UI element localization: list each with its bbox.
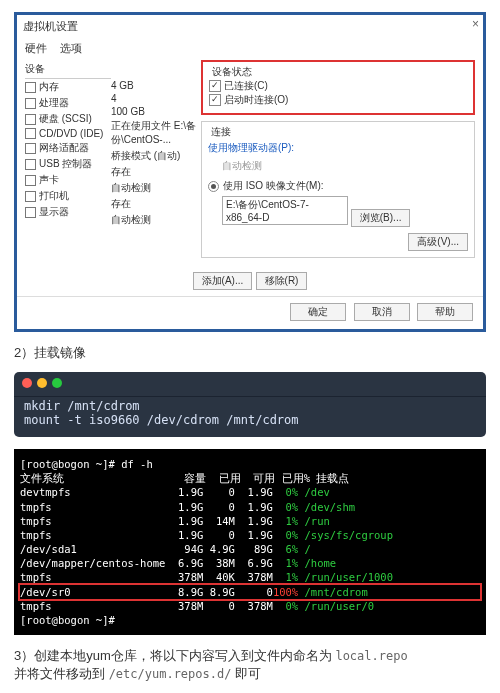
list-item[interactable]: USB 控制器 — [25, 156, 111, 172]
table-row: /dev/sda1 94G 4.9G 89G 6% / — [20, 542, 480, 556]
table-row: tmpfs 1.9G 0 1.9G 0% /dev/shm — [20, 500, 480, 514]
device-icon — [25, 207, 36, 218]
device-icon — [25, 98, 36, 109]
local-repo-filename: local.repo — [335, 649, 407, 663]
close-icon[interactable]: × — [472, 17, 479, 31]
remove-button[interactable]: 移除(R) — [256, 272, 308, 290]
advanced-button[interactable]: 高级(V)... — [408, 233, 468, 251]
terminal-mount: mkdir /mnt/cdrom mount -t iso9660 /dev/c… — [14, 372, 486, 437]
summary-value: 自动检测 — [111, 180, 197, 196]
physical-value: 自动检测 — [208, 157, 468, 179]
device-icon — [25, 143, 36, 154]
cmd-mkdir: mkdir /mnt/cdrom — [24, 399, 476, 413]
repo-dir-path: /etc/yum.repos.d/ — [109, 667, 232, 681]
summary-value: 桥接模式 (自动) — [111, 148, 197, 164]
table-row: tmpfs 1.9G 14M 1.9G 1% /run — [20, 514, 480, 528]
list-item[interactable]: 打印机 — [25, 188, 111, 204]
device-icon — [25, 114, 36, 125]
step-2-title: 2）挂载镜像 — [14, 344, 486, 362]
terminal-df: [root@bogon ~]# df -h 文件系统 容量 已用 可用 已用% … — [14, 449, 486, 635]
table-row: tmpfs 378M 0 378M 0% /run/user/0 — [20, 599, 480, 613]
list-item[interactable]: 网络适配器 — [25, 140, 111, 156]
device-icon — [25, 128, 36, 139]
vm-settings-dialog: 虚拟机设置 × 硬件 选项 设备 内存处理器硬盘 (SCSI)CD/DVD (I… — [14, 12, 486, 332]
df-prompt: [root@bogon ~]# df -h — [20, 457, 480, 471]
status-group-title: 设备状态 — [209, 65, 255, 79]
device-header: 设备 — [25, 60, 111, 79]
device-icon — [25, 191, 36, 202]
mac-dots — [14, 372, 486, 396]
ok-button[interactable]: 确定 — [290, 303, 346, 321]
cancel-button[interactable]: 取消 — [354, 303, 410, 321]
table-row: tmpfs 1.9G 0 1.9G 0% /sys/fs/cgroup — [20, 528, 480, 542]
device-status-group: 设备状态 ✓已连接(C) ✓启动时连接(O) — [201, 60, 475, 115]
list-item[interactable]: 硬盘 (SCSI) — [25, 111, 111, 127]
cb-connected[interactable]: ✓已连接(C) — [209, 79, 467, 93]
use-physical-link[interactable]: 使用物理驱动器(P): — [208, 139, 468, 157]
summary-value: 4 GB — [111, 79, 197, 92]
connection-group: 连接 使用物理驱动器(P): 自动检测 使用 ISO 映像文件(M): E:\备… — [201, 121, 475, 258]
radio-use-iso[interactable]: 使用 ISO 映像文件(M): — [208, 179, 468, 193]
list-item[interactable]: 内存 — [25, 79, 111, 95]
cb-connect-on-start[interactable]: ✓启动时连接(O) — [209, 93, 467, 107]
device-icon — [25, 175, 36, 186]
list-item[interactable]: 处理器 — [25, 95, 111, 111]
step-3-text: 3）创建本地yum仓库，将以下内容写入到文件内命名为 local.repo 并将… — [14, 647, 486, 683]
cmd-mount: mount -t iso9660 /dev/cdrom /mnt/cdrom — [24, 413, 476, 427]
add-button[interactable]: 添加(A)... — [193, 272, 253, 290]
summary-value: 存在 — [111, 196, 197, 212]
df-header: 文件系统 容量 已用 可用 已用% 挂载点 — [20, 471, 480, 485]
table-row: devtmpfs 1.9G 0 1.9G 0% /dev — [20, 485, 480, 499]
tab-hardware[interactable]: 硬件 — [25, 42, 47, 54]
tabs: 硬件 选项 — [17, 37, 483, 56]
help-button[interactable]: 帮助 — [417, 303, 473, 321]
summary-col: 4 GB4100 GB正在使用文件 E:\备份\CentOS-...桥接模式 (… — [111, 60, 197, 264]
summary-value: 4 — [111, 92, 197, 105]
summary-value: 自动检测 — [111, 212, 197, 228]
device-list: 设备 内存处理器硬盘 (SCSI)CD/DVD (IDE)网络适配器USB 控制… — [25, 60, 111, 264]
summary-value: 存在 — [111, 164, 197, 180]
summary-value: 正在使用文件 E:\备份\CentOS-... — [111, 118, 197, 148]
iso-path-dropdown[interactable]: E:\备份\CentOS-7-x86_64-D — [222, 196, 348, 225]
table-row: /dev/mapper/centos-home 6.9G 38M 6.9G 1%… — [20, 556, 480, 570]
table-row: tmpfs 378M 40K 378M 1% /run/user/1000 — [20, 570, 480, 584]
summary-value: 100 GB — [111, 105, 197, 118]
df-prompt-end: [root@bogon ~]# — [20, 613, 480, 627]
device-icon — [25, 159, 36, 170]
list-item[interactable]: CD/DVD (IDE) — [25, 127, 111, 140]
list-item[interactable]: 声卡 — [25, 172, 111, 188]
list-item[interactable]: 显示器 — [25, 204, 111, 220]
table-row: /dev/sr0 8.9G 8.9G 0100% /mnt/cdrom — [20, 585, 480, 599]
dialog-titlebar: 虚拟机设置 × — [17, 15, 483, 37]
tab-options[interactable]: 选项 — [60, 42, 82, 54]
conn-group-title: 连接 — [208, 125, 234, 139]
browse-button[interactable]: 浏览(B)... — [351, 209, 411, 227]
device-icon — [25, 82, 36, 93]
dialog-title: 虚拟机设置 — [23, 19, 78, 34]
